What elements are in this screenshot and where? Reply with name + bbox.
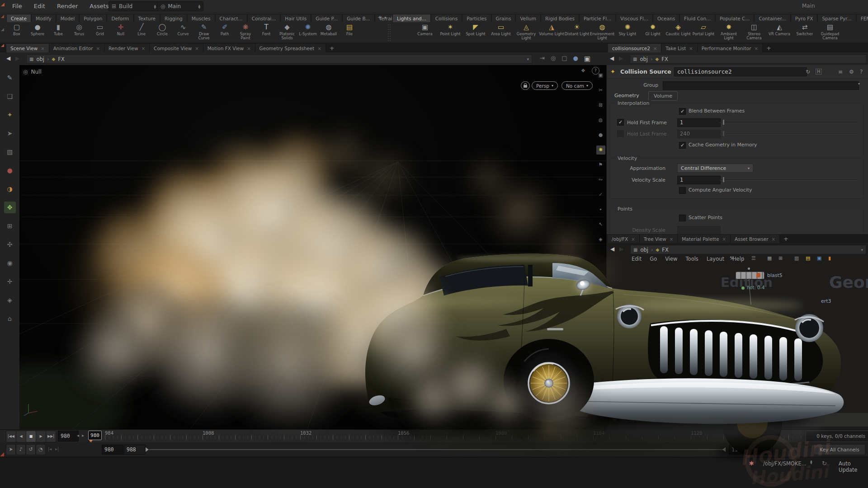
shelf-tool[interactable]: ✛ Null xyxy=(110,22,131,42)
path-field[interactable]: ▦ obj › ◆ FX xyxy=(630,54,867,64)
pane-tab[interactable]: Tree View× xyxy=(640,235,678,243)
shelf-tool[interactable]: ◍ Metaball xyxy=(318,22,339,42)
path-dropdown-icon[interactable]: ▾ xyxy=(861,248,863,252)
shelf-tab[interactable]: Fluid Con... xyxy=(679,14,715,22)
layers-tool-icon[interactable]: ❑ xyxy=(4,90,16,102)
shelf-tab[interactable]: Polygon xyxy=(79,14,107,22)
path-segment-fx[interactable]: FX xyxy=(58,56,65,62)
playhead[interactable]: 980 xyxy=(88,431,102,440)
edit-tool-icon[interactable]: ✎ xyxy=(4,72,16,84)
node-input-dot[interactable] xyxy=(748,267,750,270)
shelf-tool[interactable]: ◫ Stereo Camera xyxy=(741,22,767,42)
playbar-collapse-arrow-icon[interactable] xyxy=(0,452,4,456)
approximation-dropdown[interactable]: Central Difference ▾ xyxy=(677,164,753,173)
node-label[interactable]: attribdelete1 xyxy=(636,406,668,412)
shelf-tab[interactable]: Collisions xyxy=(431,14,462,22)
shelf-tool[interactable]: ▱ Portal Light xyxy=(691,22,716,42)
network-menu-item[interactable]: View xyxy=(661,256,681,262)
view-menu-button[interactable]: Persp ▾ xyxy=(532,81,558,90)
pane-tab[interactable]: /obj/FX× xyxy=(608,235,640,243)
scissor-icon[interactable]: ✂ xyxy=(596,86,605,95)
shelf-tab[interactable]: Populate C... xyxy=(715,14,754,22)
shelf-tab[interactable]: Rigging xyxy=(160,14,187,22)
shelf-tab[interactable]: Deform xyxy=(107,14,133,22)
add-pane-tab-button[interactable]: + xyxy=(763,45,775,52)
grid-icon[interactable]: ▦ xyxy=(767,255,772,261)
hold-first-frame-checkbox[interactable]: ✓ xyxy=(617,119,624,126)
tab-geometry[interactable]: Geometry xyxy=(609,91,644,100)
scene-viewport[interactable]: ◎ Null ❖ ? Persp ▾ No cam ▾ xyxy=(19,65,606,429)
orbit-tool-icon[interactable]: ◉ xyxy=(4,257,16,269)
image-plane-icon[interactable]: ▣ xyxy=(596,71,605,80)
refresh-icon[interactable]: ↻ xyxy=(822,460,827,467)
shelf-tool[interactable]: ▭ Grid xyxy=(90,22,110,42)
image-icon[interactable]: ▣ xyxy=(817,255,821,261)
playback-range-end-field[interactable]: 1145 xyxy=(729,445,751,455)
box-icon[interactable]: ▮ xyxy=(828,255,831,261)
audio-icon[interactable]: ♪ xyxy=(16,444,26,455)
shelf-tab[interactable]: Pyro FX xyxy=(791,14,818,22)
close-tab-icon[interactable]: × xyxy=(142,46,145,51)
point-display-icon[interactable]: • xyxy=(596,205,605,214)
validate-icon[interactable]: ✓ xyxy=(596,190,605,199)
lock-camera-button[interactable] xyxy=(521,81,530,90)
compute-angular-velocity-checkbox[interactable] xyxy=(679,187,686,194)
menu-item[interactable]: Edit xyxy=(28,3,51,9)
tab-volume[interactable]: Volume xyxy=(648,91,678,101)
key-all-channels-button[interactable]: Key All Channels xyxy=(814,444,865,455)
back-icon[interactable]: ◀ xyxy=(610,246,614,252)
shelf-tool[interactable]: ◯ Circle xyxy=(152,22,173,42)
step-forward-icon[interactable]: ▸| xyxy=(55,446,59,451)
node-name-field[interactable]: collisionsource2 xyxy=(674,67,807,76)
shelf-tool[interactable]: ✐ Path xyxy=(214,22,235,42)
range-end-marker-icon[interactable] xyxy=(722,447,726,452)
hold-first-frame-slider[interactable] xyxy=(719,118,858,126)
shelf-tool[interactable]: ❋ Spray Paint xyxy=(235,22,256,42)
close-tab-icon[interactable]: × xyxy=(631,237,635,242)
pane-tab[interactable]: Performance Monitor× xyxy=(698,44,763,52)
pane-tab[interactable]: Render View× xyxy=(104,44,150,52)
grid-tool-icon[interactable]: ⊞ xyxy=(4,220,16,232)
path-field[interactable]: ▦ obj › ◆ FX ▾ xyxy=(630,245,866,254)
shelf-tab[interactable]: Charact... xyxy=(215,14,247,22)
network-menu-item[interactable]: Tools xyxy=(682,256,703,262)
close-tab-icon[interactable]: × xyxy=(41,46,44,51)
shelf-tool[interactable]: ✺ L-System xyxy=(297,22,318,42)
shelf-tab[interactable]: Sparse Pyr... xyxy=(817,14,856,22)
move-tool-icon[interactable]: ● xyxy=(4,164,16,176)
shelf-tab[interactable]: FEM xyxy=(856,14,868,22)
shelf-divider-grip[interactable] xyxy=(388,23,391,41)
velocity-scale-slider[interactable] xyxy=(719,176,858,183)
shelf-tab[interactable]: Particles xyxy=(462,14,491,22)
node-flag-chip[interactable] xyxy=(756,273,760,277)
camera-menu-button[interactable]: No cam ▾ xyxy=(561,81,593,90)
shelf-collapse-arrow-icon[interactable] xyxy=(1,28,4,31)
panel-collapse-arrow-icon[interactable] xyxy=(1,3,5,6)
timeline-ruler[interactable]: 984100810321056108011041128 xyxy=(88,430,802,443)
forward-icon[interactable]: ▶ xyxy=(619,246,623,252)
lock-view-icon[interactable]: ⊠ xyxy=(596,101,605,110)
shelf-tool[interactable]: ● Sphere xyxy=(27,22,48,42)
close-tab-icon[interactable]: × xyxy=(755,46,758,51)
pane-tab[interactable]: Motion FX View× xyxy=(203,44,255,52)
path-segment-obj[interactable]: obj xyxy=(640,56,648,62)
pane-tab[interactable]: collisionsource2× xyxy=(608,44,661,52)
pane-collapse-arrow-icon[interactable] xyxy=(1,44,4,47)
shelf-tab[interactable]: Hair Utils xyxy=(280,14,311,22)
shade-sphere-icon[interactable]: ● xyxy=(596,131,605,140)
add-pane-tab-button[interactable]: + xyxy=(780,235,792,243)
network-canvas[interactable]: Edition Geome blast5 not: 0-4 ert3 attri… xyxy=(607,267,868,429)
transport-button[interactable]: ▶ xyxy=(36,431,46,442)
list-icon[interactable]: ≡ xyxy=(838,69,843,75)
target-icon[interactable]: ◎ xyxy=(551,55,556,63)
frame-step-back-icon[interactable]: ◂ xyxy=(77,433,79,438)
global-range-end-field[interactable]: 1145 xyxy=(750,445,773,455)
shelf-tool[interactable]: ◤ Spot Light xyxy=(463,22,488,42)
close-tab-icon[interactable]: × xyxy=(722,237,726,242)
pane-tab[interactable]: Geometry Spreadsheet× xyxy=(255,44,326,52)
shelf-tab[interactable]: Create xyxy=(6,14,31,22)
shelf-tab[interactable]: Constrai... xyxy=(247,14,281,22)
shelf-tab[interactable]: Vellum xyxy=(515,14,541,22)
shelf-tab[interactable]: Viscous Fl... xyxy=(616,14,653,22)
density-scale-field[interactable] xyxy=(677,226,721,234)
